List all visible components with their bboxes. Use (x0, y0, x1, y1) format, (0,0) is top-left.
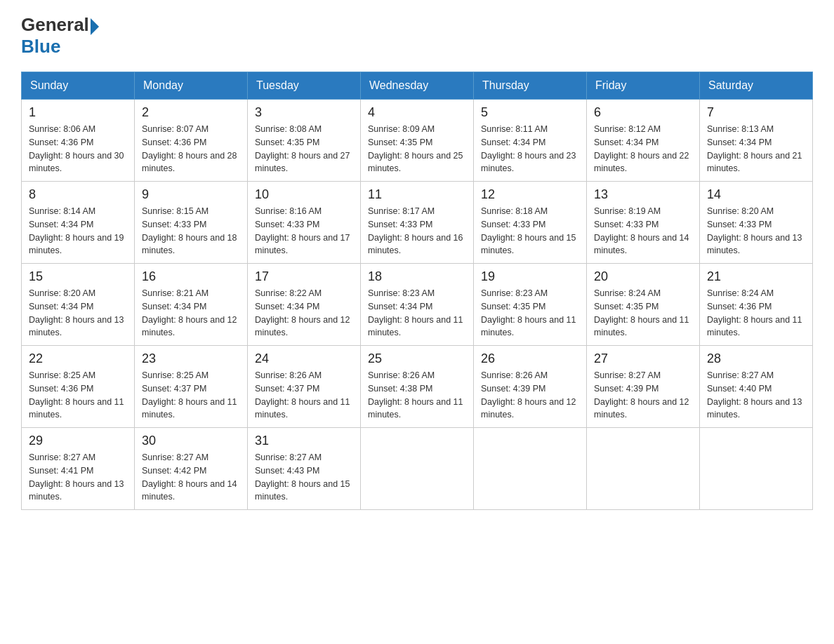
sunrise-label: Sunrise: 8:26 AM (255, 370, 322, 380)
day-number: 27 (594, 351, 692, 366)
sunrise-label: Sunrise: 8:24 AM (594, 288, 661, 298)
calendar-cell: 12 Sunrise: 8:18 AM Sunset: 4:33 PM Dayl… (474, 182, 587, 264)
day-number: 1 (29, 105, 127, 120)
calendar-cell (361, 428, 474, 510)
day-info: Sunrise: 8:07 AM Sunset: 4:36 PM Dayligh… (142, 123, 240, 175)
day-info: Sunrise: 8:14 AM Sunset: 4:34 PM Dayligh… (29, 205, 127, 257)
day-number: 23 (142, 351, 240, 366)
sunset-label: Sunset: 4:37 PM (142, 384, 206, 394)
day-number: 24 (255, 351, 353, 366)
sunrise-label: Sunrise: 8:24 AM (707, 288, 774, 298)
daylight-label: Daylight: 8 hours and 14 minutes. (142, 479, 237, 502)
sunset-label: Sunset: 4:36 PM (707, 302, 772, 311)
day-number: 30 (142, 434, 240, 448)
sunset-label: Sunset: 4:40 PM (707, 384, 772, 394)
sunrise-label: Sunrise: 8:22 AM (255, 288, 322, 298)
calendar-cell: 7 Sunrise: 8:13 AM Sunset: 4:34 PM Dayli… (700, 100, 813, 182)
calendar-cell: 16 Sunrise: 8:21 AM Sunset: 4:34 PM Dayl… (135, 264, 248, 346)
sunset-label: Sunset: 4:34 PM (142, 302, 206, 311)
daylight-label: Daylight: 8 hours and 11 minutes. (142, 397, 237, 420)
day-number: 31 (255, 434, 353, 448)
sunset-label: Sunset: 4:33 PM (594, 220, 658, 229)
daylight-label: Daylight: 8 hours and 11 minutes. (707, 315, 802, 338)
day-number: 29 (29, 434, 127, 448)
day-number: 19 (481, 269, 579, 284)
day-info: Sunrise: 8:18 AM Sunset: 4:33 PM Dayligh… (481, 205, 579, 257)
sunrise-label: Sunrise: 8:06 AM (29, 124, 95, 134)
daylight-label: Daylight: 8 hours and 12 minutes. (142, 315, 237, 338)
day-info: Sunrise: 8:11 AM Sunset: 4:34 PM Dayligh… (481, 123, 579, 175)
calendar-header: SundayMondayTuesdayWednesdayThursdayFrid… (22, 72, 813, 100)
sunset-label: Sunset: 4:34 PM (29, 302, 93, 311)
calendar-cell: 3 Sunrise: 8:08 AM Sunset: 4:35 PM Dayli… (248, 100, 361, 182)
weekday-header-friday: Friday (587, 72, 700, 100)
day-number: 13 (594, 187, 692, 202)
day-info: Sunrise: 8:27 AM Sunset: 4:39 PM Dayligh… (594, 369, 692, 422)
daylight-label: Daylight: 8 hours and 11 minutes. (481, 315, 576, 338)
logo-blue-text: Blue (21, 36, 99, 58)
sunrise-label: Sunrise: 8:23 AM (481, 288, 548, 298)
weekday-header-wednesday: Wednesday (361, 72, 474, 100)
day-number: 26 (481, 351, 579, 366)
sunrise-label: Sunrise: 8:20 AM (707, 206, 774, 216)
sunset-label: Sunset: 4:33 PM (142, 220, 206, 229)
calendar-cell: 6 Sunrise: 8:12 AM Sunset: 4:34 PM Dayli… (587, 100, 700, 182)
day-number: 8 (29, 187, 127, 202)
day-number: 15 (29, 269, 127, 284)
logo-arrow-icon (91, 18, 99, 35)
sunset-label: Sunset: 4:35 PM (368, 137, 432, 147)
calendar-cell: 8 Sunrise: 8:14 AM Sunset: 4:34 PM Dayli… (22, 182, 135, 264)
daylight-label: Daylight: 8 hours and 27 minutes. (255, 151, 350, 174)
calendar-cell: 2 Sunrise: 8:07 AM Sunset: 4:36 PM Dayli… (135, 100, 248, 182)
calendar-week-row: 15 Sunrise: 8:20 AM Sunset: 4:34 PM Dayl… (22, 264, 813, 346)
daylight-label: Daylight: 8 hours and 28 minutes. (142, 151, 237, 174)
sunset-label: Sunset: 4:34 PM (29, 220, 93, 229)
calendar-cell: 10 Sunrise: 8:16 AM Sunset: 4:33 PM Dayl… (248, 182, 361, 264)
sunrise-label: Sunrise: 8:27 AM (594, 370, 661, 380)
calendar-cell: 28 Sunrise: 8:27 AM Sunset: 4:40 PM Dayl… (700, 346, 813, 428)
daylight-label: Daylight: 8 hours and 13 minutes. (707, 397, 802, 420)
calendar-cell: 5 Sunrise: 8:11 AM Sunset: 4:34 PM Dayli… (474, 100, 587, 182)
daylight-label: Daylight: 8 hours and 14 minutes. (594, 233, 689, 256)
calendar-cell (587, 428, 700, 510)
day-number: 28 (707, 351, 805, 366)
calendar-cell: 27 Sunrise: 8:27 AM Sunset: 4:39 PM Dayl… (587, 346, 700, 428)
page-header: General Blue (21, 14, 813, 58)
sunset-label: Sunset: 4:39 PM (481, 384, 545, 394)
calendar-cell: 30 Sunrise: 8:27 AM Sunset: 4:42 PM Dayl… (135, 428, 248, 510)
day-info: Sunrise: 8:21 AM Sunset: 4:34 PM Dayligh… (142, 287, 240, 340)
sunrise-label: Sunrise: 8:11 AM (481, 124, 548, 134)
calendar-week-row: 22 Sunrise: 8:25 AM Sunset: 4:36 PM Dayl… (22, 346, 813, 428)
daylight-label: Daylight: 8 hours and 25 minutes. (368, 151, 463, 174)
calendar-cell: 17 Sunrise: 8:22 AM Sunset: 4:34 PM Dayl… (248, 264, 361, 346)
calendar-cell (474, 428, 587, 510)
sunset-label: Sunset: 4:36 PM (29, 384, 93, 394)
daylight-label: Daylight: 8 hours and 12 minutes. (481, 397, 576, 420)
daylight-label: Daylight: 8 hours and 11 minutes. (594, 315, 689, 338)
calendar-week-row: 8 Sunrise: 8:14 AM Sunset: 4:34 PM Dayli… (22, 182, 813, 264)
calendar-cell: 15 Sunrise: 8:20 AM Sunset: 4:34 PM Dayl… (22, 264, 135, 346)
sunrise-label: Sunrise: 8:21 AM (142, 288, 208, 298)
sunrise-label: Sunrise: 8:26 AM (481, 370, 548, 380)
sunset-label: Sunset: 4:33 PM (481, 220, 545, 229)
daylight-label: Daylight: 8 hours and 11 minutes. (255, 397, 350, 420)
day-number: 5 (481, 105, 579, 120)
daylight-label: Daylight: 8 hours and 16 minutes. (368, 233, 463, 256)
logo: General Blue (21, 14, 99, 58)
calendar-cell: 18 Sunrise: 8:23 AM Sunset: 4:34 PM Dayl… (361, 264, 474, 346)
calendar-cell: 29 Sunrise: 8:27 AM Sunset: 4:41 PM Dayl… (22, 428, 135, 510)
calendar-week-row: 29 Sunrise: 8:27 AM Sunset: 4:41 PM Dayl… (22, 428, 813, 510)
day-number: 22 (29, 351, 127, 366)
day-number: 6 (594, 105, 692, 120)
sunrise-label: Sunrise: 8:15 AM (142, 206, 208, 216)
day-number: 3 (255, 105, 353, 120)
day-info: Sunrise: 8:09 AM Sunset: 4:35 PM Dayligh… (368, 123, 466, 175)
weekday-header-saturday: Saturday (700, 72, 813, 100)
sunrise-label: Sunrise: 8:12 AM (594, 124, 661, 134)
day-number: 11 (368, 187, 466, 202)
sunrise-label: Sunrise: 8:13 AM (707, 124, 774, 134)
weekday-header-sunday: Sunday (22, 72, 135, 100)
day-number: 2 (142, 105, 240, 120)
sunset-label: Sunset: 4:41 PM (29, 466, 93, 476)
calendar-cell: 11 Sunrise: 8:17 AM Sunset: 4:33 PM Dayl… (361, 182, 474, 264)
